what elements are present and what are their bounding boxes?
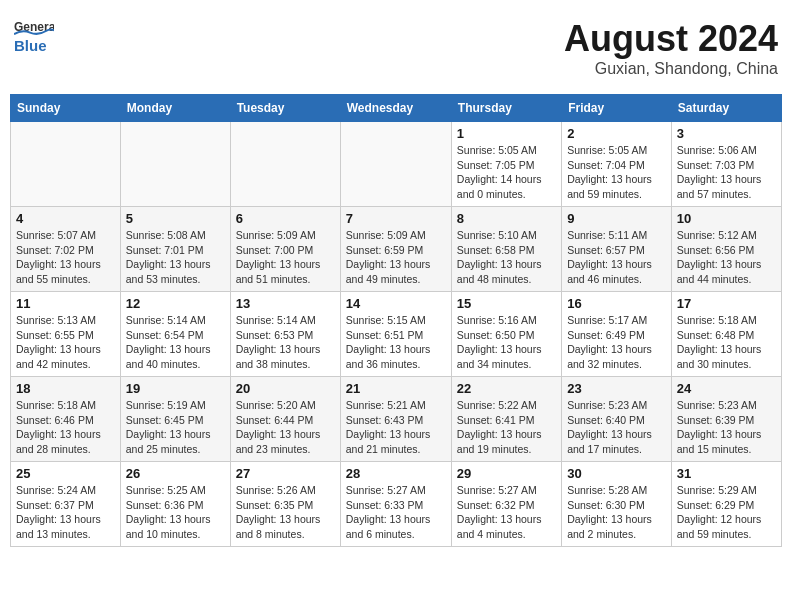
calendar-cell: 17Sunrise: 5:18 AM Sunset: 6:48 PM Dayli… bbox=[671, 292, 781, 377]
day-number: 23 bbox=[567, 381, 666, 396]
week-row-3: 11Sunrise: 5:13 AM Sunset: 6:55 PM Dayli… bbox=[11, 292, 782, 377]
calendar-cell: 22Sunrise: 5:22 AM Sunset: 6:41 PM Dayli… bbox=[451, 377, 561, 462]
logo-blue-text: Blue bbox=[14, 36, 69, 56]
day-number: 25 bbox=[16, 466, 115, 481]
day-info: Sunrise: 5:24 AM Sunset: 6:37 PM Dayligh… bbox=[16, 483, 115, 542]
day-info: Sunrise: 5:16 AM Sunset: 6:50 PM Dayligh… bbox=[457, 313, 556, 372]
day-number: 12 bbox=[126, 296, 225, 311]
calendar-cell: 2Sunrise: 5:05 AM Sunset: 7:04 PM Daylig… bbox=[562, 122, 672, 207]
calendar-cell: 18Sunrise: 5:18 AM Sunset: 6:46 PM Dayli… bbox=[11, 377, 121, 462]
calendar-cell: 13Sunrise: 5:14 AM Sunset: 6:53 PM Dayli… bbox=[230, 292, 340, 377]
day-number: 4 bbox=[16, 211, 115, 226]
logo-icon: General bbox=[14, 18, 54, 36]
calendar-cell: 15Sunrise: 5:16 AM Sunset: 6:50 PM Dayli… bbox=[451, 292, 561, 377]
week-row-1: 1Sunrise: 5:05 AM Sunset: 7:05 PM Daylig… bbox=[11, 122, 782, 207]
location: Guxian, Shandong, China bbox=[564, 60, 778, 78]
calendar-cell bbox=[11, 122, 121, 207]
day-number: 16 bbox=[567, 296, 666, 311]
day-info: Sunrise: 5:10 AM Sunset: 6:58 PM Dayligh… bbox=[457, 228, 556, 287]
calendar-cell: 8Sunrise: 5:10 AM Sunset: 6:58 PM Daylig… bbox=[451, 207, 561, 292]
page-header: General Blue August 2024 Guxian, Shandon… bbox=[10, 10, 782, 86]
calendar-cell bbox=[120, 122, 230, 207]
day-info: Sunrise: 5:07 AM Sunset: 7:02 PM Dayligh… bbox=[16, 228, 115, 287]
day-info: Sunrise: 5:08 AM Sunset: 7:01 PM Dayligh… bbox=[126, 228, 225, 287]
calendar-cell: 26Sunrise: 5:25 AM Sunset: 6:36 PM Dayli… bbox=[120, 462, 230, 547]
calendar-cell: 19Sunrise: 5:19 AM Sunset: 6:45 PM Dayli… bbox=[120, 377, 230, 462]
day-info: Sunrise: 5:09 AM Sunset: 6:59 PM Dayligh… bbox=[346, 228, 446, 287]
day-info: Sunrise: 5:18 AM Sunset: 6:48 PM Dayligh… bbox=[677, 313, 776, 372]
calendar-cell: 6Sunrise: 5:09 AM Sunset: 7:00 PM Daylig… bbox=[230, 207, 340, 292]
day-info: Sunrise: 5:14 AM Sunset: 6:54 PM Dayligh… bbox=[126, 313, 225, 372]
calendar-cell: 24Sunrise: 5:23 AM Sunset: 6:39 PM Dayli… bbox=[671, 377, 781, 462]
day-info: Sunrise: 5:12 AM Sunset: 6:56 PM Dayligh… bbox=[677, 228, 776, 287]
day-info: Sunrise: 5:13 AM Sunset: 6:55 PM Dayligh… bbox=[16, 313, 115, 372]
week-row-2: 4Sunrise: 5:07 AM Sunset: 7:02 PM Daylig… bbox=[11, 207, 782, 292]
calendar-table: SundayMondayTuesdayWednesdayThursdayFrid… bbox=[10, 94, 782, 547]
day-number: 18 bbox=[16, 381, 115, 396]
day-number: 27 bbox=[236, 466, 335, 481]
day-number: 2 bbox=[567, 126, 666, 141]
day-info: Sunrise: 5:20 AM Sunset: 6:44 PM Dayligh… bbox=[236, 398, 335, 457]
day-number: 8 bbox=[457, 211, 556, 226]
day-number: 17 bbox=[677, 296, 776, 311]
calendar-cell: 11Sunrise: 5:13 AM Sunset: 6:55 PM Dayli… bbox=[11, 292, 121, 377]
day-info: Sunrise: 5:21 AM Sunset: 6:43 PM Dayligh… bbox=[346, 398, 446, 457]
day-info: Sunrise: 5:19 AM Sunset: 6:45 PM Dayligh… bbox=[126, 398, 225, 457]
day-number: 3 bbox=[677, 126, 776, 141]
calendar-cell: 20Sunrise: 5:20 AM Sunset: 6:44 PM Dayli… bbox=[230, 377, 340, 462]
svg-text:Blue: Blue bbox=[14, 37, 47, 54]
calendar-cell: 4Sunrise: 5:07 AM Sunset: 7:02 PM Daylig… bbox=[11, 207, 121, 292]
day-number: 1 bbox=[457, 126, 556, 141]
calendar-cell: 10Sunrise: 5:12 AM Sunset: 6:56 PM Dayli… bbox=[671, 207, 781, 292]
day-number: 31 bbox=[677, 466, 776, 481]
day-number: 30 bbox=[567, 466, 666, 481]
title-area: August 2024 Guxian, Shandong, China bbox=[564, 18, 778, 78]
day-info: Sunrise: 5:14 AM Sunset: 6:53 PM Dayligh… bbox=[236, 313, 335, 372]
day-info: Sunrise: 5:27 AM Sunset: 6:33 PM Dayligh… bbox=[346, 483, 446, 542]
calendar-cell: 12Sunrise: 5:14 AM Sunset: 6:54 PM Dayli… bbox=[120, 292, 230, 377]
calendar-cell bbox=[230, 122, 340, 207]
day-info: Sunrise: 5:11 AM Sunset: 6:57 PM Dayligh… bbox=[567, 228, 666, 287]
day-number: 9 bbox=[567, 211, 666, 226]
day-number: 15 bbox=[457, 296, 556, 311]
day-number: 26 bbox=[126, 466, 225, 481]
day-number: 11 bbox=[16, 296, 115, 311]
calendar-cell bbox=[340, 122, 451, 207]
weekday-header-row: SundayMondayTuesdayWednesdayThursdayFrid… bbox=[11, 95, 782, 122]
day-number: 13 bbox=[236, 296, 335, 311]
weekday-header-wednesday: Wednesday bbox=[340, 95, 451, 122]
day-info: Sunrise: 5:17 AM Sunset: 6:49 PM Dayligh… bbox=[567, 313, 666, 372]
day-info: Sunrise: 5:23 AM Sunset: 6:39 PM Dayligh… bbox=[677, 398, 776, 457]
day-number: 29 bbox=[457, 466, 556, 481]
day-number: 6 bbox=[236, 211, 335, 226]
day-number: 19 bbox=[126, 381, 225, 396]
day-info: Sunrise: 5:18 AM Sunset: 6:46 PM Dayligh… bbox=[16, 398, 115, 457]
day-info: Sunrise: 5:25 AM Sunset: 6:36 PM Dayligh… bbox=[126, 483, 225, 542]
day-info: Sunrise: 5:23 AM Sunset: 6:40 PM Dayligh… bbox=[567, 398, 666, 457]
calendar-cell: 5Sunrise: 5:08 AM Sunset: 7:01 PM Daylig… bbox=[120, 207, 230, 292]
calendar-cell: 9Sunrise: 5:11 AM Sunset: 6:57 PM Daylig… bbox=[562, 207, 672, 292]
day-info: Sunrise: 5:27 AM Sunset: 6:32 PM Dayligh… bbox=[457, 483, 556, 542]
week-row-5: 25Sunrise: 5:24 AM Sunset: 6:37 PM Dayli… bbox=[11, 462, 782, 547]
day-info: Sunrise: 5:28 AM Sunset: 6:30 PM Dayligh… bbox=[567, 483, 666, 542]
calendar-cell: 28Sunrise: 5:27 AM Sunset: 6:33 PM Dayli… bbox=[340, 462, 451, 547]
day-info: Sunrise: 5:26 AM Sunset: 6:35 PM Dayligh… bbox=[236, 483, 335, 542]
day-info: Sunrise: 5:05 AM Sunset: 7:04 PM Dayligh… bbox=[567, 143, 666, 202]
calendar-cell: 16Sunrise: 5:17 AM Sunset: 6:49 PM Dayli… bbox=[562, 292, 672, 377]
day-number: 24 bbox=[677, 381, 776, 396]
weekday-header-sunday: Sunday bbox=[11, 95, 121, 122]
day-number: 22 bbox=[457, 381, 556, 396]
weekday-header-saturday: Saturday bbox=[671, 95, 781, 122]
weekday-header-friday: Friday bbox=[562, 95, 672, 122]
calendar-cell: 23Sunrise: 5:23 AM Sunset: 6:40 PM Dayli… bbox=[562, 377, 672, 462]
weekday-header-monday: Monday bbox=[120, 95, 230, 122]
day-number: 21 bbox=[346, 381, 446, 396]
day-number: 28 bbox=[346, 466, 446, 481]
calendar-cell: 1Sunrise: 5:05 AM Sunset: 7:05 PM Daylig… bbox=[451, 122, 561, 207]
day-info: Sunrise: 5:22 AM Sunset: 6:41 PM Dayligh… bbox=[457, 398, 556, 457]
weekday-header-thursday: Thursday bbox=[451, 95, 561, 122]
day-number: 7 bbox=[346, 211, 446, 226]
calendar-cell: 21Sunrise: 5:21 AM Sunset: 6:43 PM Dayli… bbox=[340, 377, 451, 462]
day-number: 5 bbox=[126, 211, 225, 226]
day-info: Sunrise: 5:06 AM Sunset: 7:03 PM Dayligh… bbox=[677, 143, 776, 202]
